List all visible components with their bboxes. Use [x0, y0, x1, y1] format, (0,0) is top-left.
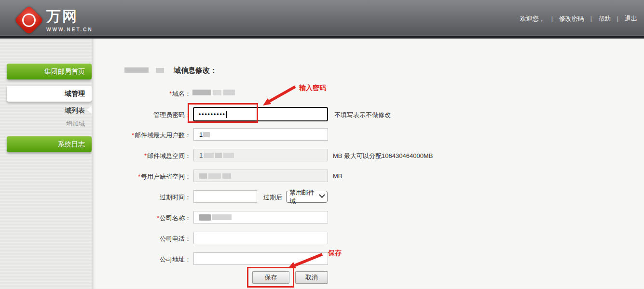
max-users-visible-prefix: 1 — [199, 131, 203, 138]
default-space-input — [193, 170, 328, 182]
save-annotation-text: 保存 — [328, 249, 342, 258]
brand-name: 万网 — [46, 7, 93, 26]
company-phone-label: 公司电话： — [92, 235, 191, 243]
expire-time-label: 过期时间： — [92, 193, 191, 202]
change-password-link[interactable]: 修改密码 — [559, 14, 584, 23]
welcome-text: 欢迎您， — [520, 14, 545, 23]
sidebar-item-add-domain[interactable]: 增加域 — [0, 119, 85, 128]
header: 万网 WWW.NET.CN 欢迎您， | 修改密码 | 帮助 | 退出 — [0, 0, 644, 36]
help-link[interactable]: 帮助 — [598, 14, 611, 23]
required-mark: * — [157, 214, 159, 222]
company-address-label: 公司地址： — [92, 255, 191, 264]
redacted-value-block — [208, 173, 221, 179]
required-mark: * — [132, 131, 134, 139]
wanwang-logo-icon — [14, 5, 44, 35]
domain-label: *域名： — [92, 90, 191, 98]
company-address-input[interactable] — [193, 252, 328, 265]
sidebar-item-domain-list[interactable]: 域列表 — [0, 106, 85, 115]
cancel-button[interactable]: 取消 — [295, 271, 328, 284]
page-title: 域信息修改： — [174, 66, 217, 75]
sidebar-item-domain-management[interactable]: 域管理 — [7, 86, 92, 102]
redacted-domain-value — [213, 90, 221, 95]
company-phone-input[interactable] — [193, 232, 328, 244]
top-links: 欢迎您， | 修改密码 | 帮助 | 退出 — [520, 14, 637, 23]
required-mark: * — [138, 173, 140, 180]
redacted-value-block — [222, 173, 231, 179]
total-space-input: 1 — [193, 149, 328, 161]
logout-link[interactable]: 退出 — [625, 14, 637, 23]
page: 万网 WWW.NET.CN 欢迎您， | 修改密码 | 帮助 | 退出 集团邮局… — [0, 0, 644, 289]
redacted-value-block — [215, 153, 222, 158]
save-highlight-box — [247, 267, 294, 288]
max-users-input[interactable]: 1 — [193, 128, 328, 141]
redacted-value-block — [212, 214, 232, 220]
logo-ring-icon — [19, 11, 39, 30]
brand-domain: WWW.NET.CN — [46, 27, 93, 32]
main-content — [92, 39, 644, 289]
required-mark: * — [169, 90, 172, 97]
sidebar-item-system-log[interactable]: 系统日志 — [7, 136, 92, 152]
default-space-suffix: MB — [333, 172, 343, 180]
after-expire-label: 过期后 — [263, 193, 282, 202]
sidebar-item-group-mail-home[interactable]: 集团邮局首页 — [7, 64, 92, 79]
separator: | — [590, 15, 592, 22]
redacted-domain-block — [156, 68, 164, 73]
redacted-domain-block — [124, 67, 149, 73]
total-space-visible-prefix: 1 — [199, 152, 203, 159]
expire-action-selected-value: 禁用邮件域 — [289, 188, 320, 206]
company-name-label: *公司名称： — [92, 214, 191, 223]
expire-action-select[interactable]: 禁用邮件域 — [286, 191, 328, 203]
redacted-value-block — [223, 153, 234, 158]
password-hint: 不填写表示不做修改 — [334, 111, 391, 119]
separator: | — [551, 15, 553, 22]
company-name-input[interactable] — [193, 211, 328, 223]
wanwang-logo[interactable]: 万网 WWW.NET.CN — [14, 4, 93, 32]
redacted-value-block — [199, 214, 211, 221]
active-item-marker-icon — [87, 106, 92, 114]
redacted-domain-value — [192, 90, 211, 95]
redacted-domain-value — [223, 90, 235, 95]
password-annotation-text: 输入密码 — [299, 84, 326, 92]
required-mark: * — [144, 152, 147, 159]
redacted-value-block — [203, 132, 210, 137]
admin-password-label: 管理员密码： — [92, 111, 191, 119]
sidebar: 集团邮局首页 域管理 域列表 增加域 系统日志 — [0, 39, 92, 289]
max-users-label: *邮件域最大用户数： — [92, 131, 191, 140]
redacted-value-block — [199, 173, 207, 179]
default-space-label: *每用户缺省空间： — [92, 172, 191, 181]
redacted-value-block — [204, 153, 214, 158]
total-space-label: *邮件域总空间： — [92, 152, 191, 160]
total-space-suffix: MB 最大可以分配106430464000MB — [333, 152, 433, 160]
password-highlight-box — [188, 103, 258, 123]
expire-time-input[interactable] — [193, 190, 257, 203]
separator: | — [617, 15, 618, 22]
